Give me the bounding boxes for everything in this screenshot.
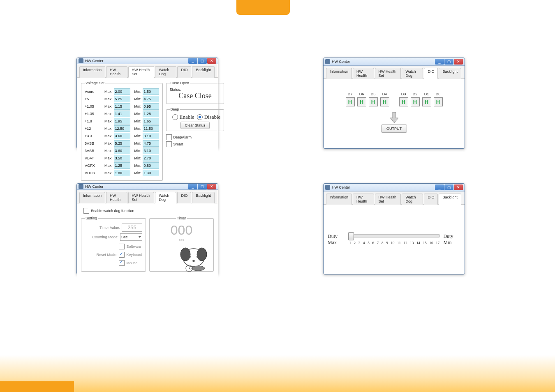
dio-cell[interactable]: H <box>369 97 378 106</box>
rail-name: VDDR <box>85 171 103 175</box>
window-title: HW Center <box>332 60 435 64</box>
tab-information[interactable]: Information <box>326 194 352 205</box>
tab-information[interactable]: Information <box>326 68 352 79</box>
max-input[interactable]: 3.60 <box>114 148 130 154</box>
min-input[interactable]: 3.10 <box>143 148 159 154</box>
titlebar: HW Center _ ▢ ✕ <box>324 184 465 191</box>
tab-backlight[interactable]: Backlight <box>439 194 461 205</box>
tab-hw-health-set[interactable]: HW Health Set <box>375 194 401 205</box>
voltage-row: 3VSBMax:3.60Min:3.10 <box>85 148 159 154</box>
dio-col: D0H <box>434 92 443 106</box>
close-button[interactable]: ✕ <box>454 59 463 65</box>
reset-mouse-checkbox[interactable] <box>119 260 125 266</box>
tab-backlight[interactable]: Backlight <box>439 68 461 79</box>
min-input[interactable]: 3.10 <box>143 133 159 139</box>
tab-hw-health-set[interactable]: HW Health Set <box>128 66 155 78</box>
min-input[interactable]: 4.75 <box>143 96 159 102</box>
tab-watch-dog[interactable]: Watch Dog <box>155 192 176 203</box>
tabbar: Information HW Health HW Health Set Watc… <box>324 191 465 205</box>
output-button[interactable]: OUTPUT <box>381 125 407 133</box>
max-input[interactable]: 3.60 <box>114 133 130 139</box>
dio-label: D4 <box>382 92 387 96</box>
minimize-button[interactable]: _ <box>435 184 444 190</box>
max-input[interactable]: 5.25 <box>114 96 130 102</box>
enable-watchdog-checkbox[interactable] <box>83 208 89 214</box>
rail-name: +1.8 <box>85 119 103 123</box>
smart-checkbox[interactable] <box>166 141 172 147</box>
reset-software-checkbox[interactable] <box>119 244 125 249</box>
counting-mode-select[interactable]: Sec <box>120 233 142 241</box>
setting-legend: Setting <box>85 216 98 220</box>
min-input[interactable]: 1.30 <box>143 170 159 176</box>
close-button[interactable]: ✕ <box>454 184 463 190</box>
min-label: Min: <box>134 134 141 138</box>
close-button[interactable]: ✕ <box>207 184 216 189</box>
dio-cell[interactable]: H <box>357 97 366 106</box>
tab-dio[interactable]: DIO <box>177 192 191 203</box>
tab-backlight[interactable]: Backlight <box>192 192 215 203</box>
minimize-button[interactable]: _ <box>435 59 444 65</box>
maximize-button[interactable]: ▢ <box>198 58 207 64</box>
tab-backlight[interactable]: Backlight <box>192 66 215 78</box>
min-input[interactable]: 1.50 <box>143 88 159 95</box>
minimize-button[interactable]: _ <box>188 58 197 64</box>
min-input[interactable]: 0.95 <box>143 103 159 110</box>
max-input[interactable]: 12.50 <box>114 125 130 132</box>
max-input[interactable]: 3.50 <box>114 155 130 161</box>
dio-cell[interactable]: H <box>434 97 443 106</box>
min-input[interactable]: 1.28 <box>143 111 159 117</box>
maximize-button[interactable]: ▢ <box>444 59 453 65</box>
min-input[interactable]: 0.80 <box>143 162 159 169</box>
minimize-button[interactable]: _ <box>188 184 197 189</box>
reset-keyboard-checkbox[interactable] <box>119 252 125 258</box>
min-input[interactable]: 2.70 <box>143 155 159 161</box>
svg-point-5 <box>192 260 195 262</box>
min-input[interactable]: 11.50 <box>143 125 159 132</box>
tab-hw-health[interactable]: HW Health <box>353 68 374 79</box>
max-input[interactable]: 5.25 <box>114 140 130 147</box>
svg-point-6 <box>192 266 205 271</box>
rail-name: 3VSB <box>85 149 103 153</box>
maximize-button[interactable]: ▢ <box>198 184 207 189</box>
slider-thumb[interactable] <box>348 232 354 240</box>
tab-hw-health[interactable]: HW Health <box>106 66 127 78</box>
max-label: Max: <box>104 149 113 153</box>
max-input[interactable]: 2.00 <box>114 88 130 95</box>
tab-hw-health-set[interactable]: HW Health Set <box>128 192 155 203</box>
tab-dio[interactable]: DIO <box>424 194 438 205</box>
max-input[interactable]: 1.95 <box>114 118 130 125</box>
duty-slider[interactable] <box>349 234 440 238</box>
tab-information[interactable]: Information <box>79 66 105 78</box>
dio-cell[interactable]: H <box>346 97 355 106</box>
tab-watch-dog[interactable]: Watch Dog <box>402 68 423 79</box>
close-button[interactable]: ✕ <box>207 58 216 64</box>
tab-hw-health[interactable]: HW Health <box>353 194 374 205</box>
max-input[interactable]: 1.41 <box>114 111 130 117</box>
tab-information[interactable]: Information <box>79 192 105 203</box>
tick-label: 2 <box>354 241 356 245</box>
beepalarm-checkbox[interactable] <box>166 134 172 140</box>
dio-label: D0 <box>436 92 441 96</box>
max-input[interactable]: 1.80 <box>114 170 130 176</box>
tab-hw-health[interactable]: HW Health <box>106 192 127 203</box>
timer-value-input[interactable]: 255 <box>122 224 142 232</box>
min-input[interactable]: 4.75 <box>143 140 159 147</box>
min-input[interactable]: 1.65 <box>143 118 159 125</box>
dio-cell[interactable]: H <box>380 97 389 106</box>
dio-cell[interactable]: H <box>399 97 408 106</box>
dio-cell[interactable]: H <box>422 97 431 106</box>
tick-label: 13 <box>410 241 414 245</box>
tab-dio[interactable]: DIO <box>177 66 191 78</box>
tab-watch-dog[interactable]: Watch Dog <box>155 66 176 78</box>
tab-watch-dog[interactable]: Watch Dog <box>402 194 423 205</box>
beep-disable-radio[interactable] <box>197 114 203 120</box>
max-input[interactable]: 1.25 <box>114 162 130 169</box>
tab-hw-health-set[interactable]: HW Health Set <box>375 68 401 79</box>
beep-enable-radio[interactable] <box>172 114 178 120</box>
maximize-button[interactable]: ▢ <box>444 184 453 190</box>
min-label: Min: <box>134 127 141 131</box>
dio-cell[interactable]: H <box>411 97 420 106</box>
max-input[interactable]: 1.15 <box>114 103 130 110</box>
tab-dio[interactable]: DIO <box>424 68 438 79</box>
clear-status-button[interactable]: Clear Status <box>180 122 210 129</box>
